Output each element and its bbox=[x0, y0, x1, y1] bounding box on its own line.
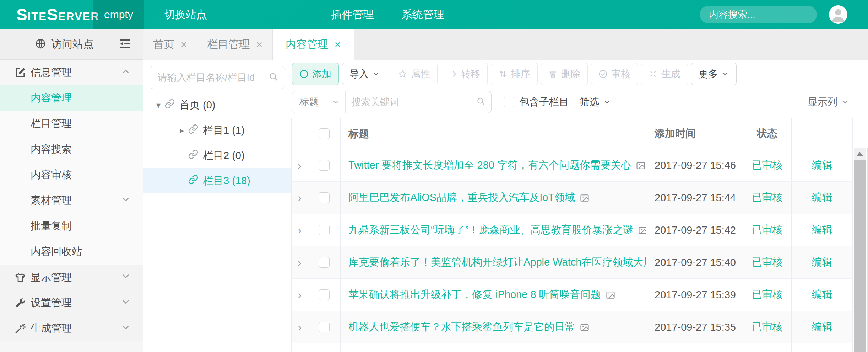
row-expand-toggle[interactable]: › bbox=[292, 311, 308, 343]
tab-channel-management[interactable]: 栏目管理 × bbox=[197, 29, 273, 60]
content-title-link[interactable]: 阿里巴巴发布AliOS品牌，重兵投入汽车及IoT领域 bbox=[348, 192, 575, 203]
sidebar-item-content-review[interactable]: 内容审核 bbox=[0, 162, 143, 188]
content-title-link[interactable]: 机器人也爱搭便车？水下搭乘鲨鱼列车是它的日常 bbox=[348, 321, 575, 332]
close-icon[interactable]: × bbox=[335, 38, 341, 50]
tree-node-home[interactable]: ▾ 首页 (0) bbox=[143, 92, 291, 118]
sidebar-item-channel-management[interactable]: 栏目管理 bbox=[0, 111, 143, 137]
user-avatar[interactable] bbox=[829, 5, 847, 24]
sidebar-group-settings-management[interactable]: 设置管理 bbox=[0, 290, 143, 316]
sidebar-item-recycle-bin[interactable]: 内容回收站 bbox=[0, 239, 143, 265]
check-circle-icon bbox=[598, 69, 608, 79]
caret-down-icon[interactable]: ▾ bbox=[152, 100, 164, 110]
chevron-down-icon bbox=[121, 271, 131, 284]
row-expand-toggle[interactable]: › bbox=[292, 214, 308, 246]
edit-link[interactable]: 编辑 bbox=[812, 320, 832, 334]
search-field-select[interactable]: 标题 bbox=[292, 91, 346, 113]
generate-button[interactable]: 生成 bbox=[641, 63, 688, 85]
sort-arrows-icon bbox=[498, 69, 508, 79]
row-checkbox[interactable] bbox=[319, 192, 330, 203]
row-add-time: 2017-09-27 15:35 bbox=[646, 311, 743, 343]
scrollbar-thumb[interactable] bbox=[854, 160, 866, 352]
edit-link[interactable]: 编辑 bbox=[812, 255, 832, 270]
content-search-box[interactable] bbox=[700, 6, 817, 23]
edit-link[interactable]: 编辑 bbox=[812, 288, 832, 302]
tree-node-channel3[interactable]: 栏目3 (18) bbox=[143, 168, 291, 193]
sidebar-item-material-management[interactable]: 素材管理 bbox=[0, 188, 143, 213]
edit-square-icon bbox=[14, 67, 26, 78]
display-columns-dropdown[interactable]: 显示列 bbox=[808, 90, 850, 114]
row-checkbox[interactable] bbox=[319, 289, 330, 300]
edit-link[interactable]: 编辑 bbox=[812, 191, 832, 205]
row-checkbox[interactable] bbox=[319, 225, 330, 235]
table-row-partial bbox=[292, 343, 853, 352]
topnav-item-switch-site[interactable]: 切换站点 bbox=[154, 0, 218, 29]
sidebar-group-display-management[interactable]: 显示管理 bbox=[0, 265, 143, 290]
search-icon[interactable] bbox=[476, 97, 485, 107]
row-checkbox[interactable] bbox=[319, 160, 330, 171]
edit-link[interactable]: 编辑 bbox=[812, 158, 832, 172]
sidebar-item-content-management[interactable]: 内容管理 bbox=[0, 85, 143, 111]
row-title-cell: 库克要偷着乐了！美监管机构开绿灯让Apple Watch在医疗领域大展拳 bbox=[341, 246, 646, 278]
more-button[interactable]: 更多 bbox=[691, 63, 737, 85]
sidebar-item-batch-copy[interactable]: 批量复制 bbox=[0, 213, 143, 239]
content-title-link[interactable]: 库克要偷着乐了！美监管机构开绿灯让Apple Watch在医疗领域大展拳 bbox=[348, 256, 646, 268]
tree-node-label[interactable]: 栏目2 (0) bbox=[203, 149, 245, 163]
chevron-down-icon bbox=[121, 194, 131, 207]
row-expand-toggle[interactable]: › bbox=[292, 149, 308, 181]
row-checkbox[interactable] bbox=[319, 257, 330, 268]
table-row: › 九鼎系新三板公司“玩嗨了”！庞森商业、高思教育股价暴涨之谜 2017-09-… bbox=[292, 214, 853, 246]
sidebar-group-info-management[interactable]: 信息管理 bbox=[0, 60, 143, 85]
table-row: › Twitter 要将推文长度增加至 280 字符，有六个问题你需要关心 20… bbox=[292, 149, 853, 182]
sort-button[interactable]: 排序 bbox=[491, 63, 538, 85]
row-checkbox[interactable] bbox=[319, 322, 330, 332]
transfer-button[interactable]: 排序 转移 bbox=[441, 63, 488, 85]
topnav-item-plugins[interactable]: 插件管理 bbox=[321, 0, 385, 29]
menu-fold-icon[interactable] bbox=[119, 37, 131, 52]
content-title-link[interactable]: 九鼎系新三板公司“玩嗨了”！庞森商业、高思教育股价暴涨之谜 bbox=[348, 224, 633, 235]
content-search-input[interactable] bbox=[709, 9, 835, 20]
caret-right-icon[interactable]: ▸ bbox=[176, 126, 188, 135]
include-children-checkbox[interactable] bbox=[504, 97, 514, 107]
visit-site-link[interactable]: 访问站点 bbox=[51, 37, 119, 52]
search-icon[interactable] bbox=[268, 72, 278, 83]
topnav-item-empty[interactable]: empty bbox=[93, 0, 144, 29]
topnav-item-system[interactable]: 系统管理 bbox=[391, 0, 455, 29]
chevron-down-icon bbox=[372, 70, 380, 78]
content-table: 标题 添加时间 状态 › Twitter 要将推文长度增加至 280 字符，有六… bbox=[291, 118, 852, 352]
row-checkbox-cell bbox=[308, 182, 341, 214]
tree-node-label[interactable]: 栏目1 (1) bbox=[203, 123, 245, 138]
row-expand-toggle[interactable]: › bbox=[292, 182, 308, 214]
tab-home[interactable]: 首页 × bbox=[143, 29, 197, 60]
add-button[interactable]: 添加 bbox=[292, 63, 339, 85]
close-icon[interactable]: × bbox=[256, 38, 263, 50]
filter-dropdown[interactable]: 筛选 bbox=[580, 95, 611, 109]
tree-node-label[interactable]: 栏目3 (18) bbox=[203, 174, 250, 188]
row-expand-toggle[interactable]: › bbox=[292, 246, 308, 278]
sidebar-item-content-search[interactable]: 内容搜索 bbox=[0, 137, 143, 162]
review-button[interactable]: 审核 bbox=[591, 63, 638, 85]
sidebar-group-generate-management[interactable]: 生成管理 bbox=[0, 316, 143, 341]
scrollbar-up-button[interactable] bbox=[854, 148, 866, 160]
attributes-button[interactable]: 属性 bbox=[391, 63, 438, 85]
row-action-cell: 编辑 bbox=[792, 279, 853, 311]
tab-content-management[interactable]: 内容管理 × bbox=[273, 29, 354, 60]
content-title-link[interactable]: Twitter 要将推文长度增加至 280 字符，有六个问题你需要关心 bbox=[348, 159, 631, 171]
keyword-input[interactable] bbox=[351, 97, 476, 108]
image-icon bbox=[579, 315, 590, 343]
content-area: ▾ 首页 (0) ▸ 栏目1 (1) bbox=[143, 60, 868, 352]
row-expand-toggle[interactable]: › bbox=[292, 279, 308, 311]
import-button[interactable]: 导入 bbox=[342, 63, 387, 85]
tree-node-channel1[interactable]: ▸ 栏目1 (1) bbox=[143, 118, 291, 143]
close-icon[interactable]: × bbox=[181, 38, 187, 50]
delete-button[interactable]: 删除 bbox=[541, 63, 588, 85]
tree-node-label[interactable]: 首页 (0) bbox=[179, 98, 216, 112]
content-title-link[interactable]: 苹果确认将推出升级补丁，修复 iPhone 8 听筒噪音问题 bbox=[348, 289, 601, 300]
row-action-cell: 编辑 bbox=[792, 246, 853, 278]
channel-search-input[interactable] bbox=[158, 72, 268, 83]
edit-link[interactable]: 编辑 bbox=[812, 223, 832, 237]
channel-search-box[interactable] bbox=[150, 66, 285, 89]
table-scrollbar[interactable] bbox=[854, 148, 866, 352]
tree-node-channel2[interactable]: 栏目2 (0) bbox=[143, 143, 291, 168]
table-row: › 库克要偷着乐了！美监管机构开绿灯让Apple Watch在医疗领域大展拳 2… bbox=[292, 246, 853, 279]
select-all-checkbox[interactable] bbox=[319, 128, 330, 139]
